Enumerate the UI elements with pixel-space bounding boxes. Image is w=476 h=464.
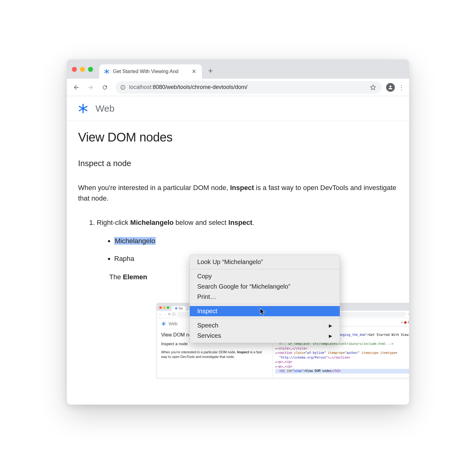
browser-tab[interactable]: Get Started With Viewing And ✕	[99, 64, 202, 79]
close-window-button[interactable]	[72, 67, 77, 72]
menu-item-search[interactable]: Search Google for “Michelangelo”	[190, 281, 340, 292]
site-header: Web	[67, 96, 409, 121]
chevron-right-icon: ▶	[329, 333, 332, 338]
minimize-window-button[interactable]	[80, 67, 85, 72]
new-tab-button[interactable]: +	[208, 66, 213, 76]
site-title[interactable]: Web	[96, 103, 114, 114]
list-item[interactable]: Michelangelo	[114, 236, 398, 246]
menu-item-print[interactable]: Print…	[190, 292, 340, 302]
asterisk-icon	[161, 321, 166, 326]
info-icon	[120, 84, 126, 90]
menu-button[interactable]: ⋮	[397, 84, 406, 91]
svg-rect-5	[123, 87, 123, 89]
cursor-icon	[260, 308, 265, 316]
close-tab-button[interactable]: ✕	[190, 67, 198, 76]
info-icon: ⓘ	[172, 312, 175, 317]
address-bar[interactable]: localhost:8080/web/tools/chrome-devtools…	[115, 81, 382, 94]
window-controls	[72, 67, 93, 72]
code-line: ▸<p>…</p>	[275, 360, 409, 364]
browser-toolbar: localhost:8080/web/tools/chrome-devtools…	[67, 79, 409, 96]
page-heading: View DOM nodes	[78, 130, 398, 144]
chevron-right-icon: ▶	[329, 323, 332, 328]
reload-button[interactable]	[99, 81, 111, 94]
menu-separator	[190, 304, 340, 304]
profile-avatar[interactable]	[386, 83, 395, 92]
forward-button[interactable]	[84, 81, 97, 94]
back-icon: ←	[159, 313, 162, 316]
section-heading: Inspect a node	[78, 159, 398, 168]
browser-window: Get Started With Viewing And ✕ + localh	[67, 59, 409, 405]
svg-point-6	[390, 86, 391, 87]
svg-point-4	[123, 86, 123, 87]
code-line: ▸<section class="wf-byline" itemprop="au…	[275, 351, 409, 355]
nested-paragraph: When you're interested in a particular D…	[161, 350, 268, 360]
selected-text: Michelangelo	[114, 237, 156, 245]
menu-item-services[interactable]: Services▶	[190, 331, 340, 341]
asterisk-icon	[104, 68, 110, 75]
asterisk-icon: ✱	[175, 307, 177, 310]
menu-separator	[190, 269, 340, 269]
menu-item-speech[interactable]: Speech▶	[190, 320, 340, 331]
tab-strip: Get Started With Viewing And ✕ +	[67, 59, 409, 79]
menu-separator	[190, 318, 340, 318]
menu-item-copy[interactable]: Copy	[190, 271, 340, 281]
code-line: ▸<p>…</p>	[275, 364, 409, 369]
bookmark-icon: ☆	[408, 312, 409, 316]
error-badge: » 6 ⋮ ✕	[401, 320, 409, 325]
bookmark-icon[interactable]	[370, 84, 377, 90]
fullscreen-window-button[interactable]	[88, 67, 93, 72]
back-button[interactable]	[70, 81, 82, 94]
code-line: "http://schema.org/Person">…</section>	[275, 355, 409, 360]
code-line-selected: <h2 id="view">View DOM nodes</h2>	[275, 369, 409, 374]
url-text: localhost:8080/web/tools/chrome-devtools…	[129, 84, 247, 90]
intro-paragraph: When you're interested in a particular D…	[78, 183, 398, 204]
asterisk-icon	[77, 103, 89, 114]
reload-icon: ⟳	[168, 312, 171, 316]
tab-title: Get Started With Viewing And	[113, 69, 187, 74]
forward-icon: →	[163, 313, 167, 316]
code-line: ▸<style>…</style>	[275, 346, 409, 351]
context-menu: Look Up “Michelangelo” Copy Search Googl…	[189, 255, 340, 343]
menu-item-lookup[interactable]: Look Up “Michelangelo”	[190, 257, 340, 267]
nested-site-title: Web	[169, 321, 178, 326]
